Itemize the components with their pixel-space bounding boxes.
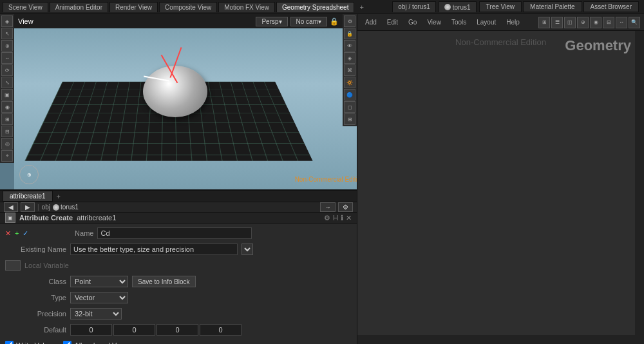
attribcreate-tab[interactable]: attribcreate1 [3, 191, 53, 202]
tool-icon-2[interactable]: ↖ [1, 28, 13, 39]
right-panel-icon-7[interactable]: ↔ [616, 17, 627, 28]
right-panel-icon-6[interactable]: ⊟ [603, 17, 614, 28]
attr-gear-icon[interactable]: ⚙ [324, 214, 330, 222]
existing-name-select[interactable]: ▼ [242, 244, 253, 255]
add-menu-button[interactable]: Add [361, 17, 381, 27]
tab-material-palette[interactable]: Material Palette [523, 1, 582, 12]
bottom-checkboxes: Write Values Allow Local Vars [0, 339, 357, 344]
tool-icon-11[interactable]: ◎ [1, 138, 13, 149]
viewport-lock-icon[interactable]: 🔒 [330, 17, 339, 26]
arrow-right-button[interactable]: → [320, 202, 336, 212]
name-input[interactable] [97, 227, 252, 239]
name-row: ✕ + ✓ Name [5, 226, 352, 240]
right-icon-5[interactable]: ⌘ [344, 64, 355, 76]
default-label: Default [5, 326, 66, 334]
class-label: Class [5, 278, 66, 285]
no-cam-button[interactable]: No cam▾ [290, 17, 327, 26]
tool-icon-10[interactable]: ⊟ [1, 126, 13, 137]
write-values-check[interactable]: Write Values [5, 341, 55, 344]
tool-icon-6[interactable]: ⤡ [1, 77, 13, 88]
tool-icon-1[interactable]: ◈ [1, 15, 13, 27]
prev-node-button[interactable]: ◀ [4, 202, 18, 212]
settings-button[interactable]: ⚙ [338, 202, 353, 212]
right-panel-icon-8[interactable]: 🔍 [629, 17, 640, 28]
add-tab-button[interactable]: + [355, 2, 367, 12]
allow-local-vars-check[interactable]: Allow Local Vars [63, 341, 126, 344]
right-icon-3[interactable]: 👁 [344, 40, 355, 52]
right-torus1-tab[interactable]: torus1 [439, 1, 477, 12]
tool-icon-5[interactable]: ⟳ [1, 64, 13, 76]
next-node-button[interactable]: ▶ [21, 202, 35, 212]
attr-close-icon[interactable]: ✕ [346, 214, 352, 222]
node-connectors [357, 31, 644, 344]
tab-scene-view[interactable]: Scene View [3, 2, 48, 12]
attr-h-icon[interactable]: H [333, 214, 338, 222]
3d-view[interactable]: Non-Commercial Edition ⊕ [14, 14, 357, 189]
precision-row: Precision 32-bit [5, 307, 352, 321]
tab-asset-browser[interactable]: Asset Browser [583, 1, 639, 12]
bottom-scrollbar[interactable] [357, 335, 644, 344]
close-attr-button[interactable]: ✕ [5, 229, 11, 238]
right-panel-icon-4[interactable]: ⊕ [577, 17, 589, 28]
persp-button[interactable]: Persp▾ [256, 17, 287, 26]
type-select[interactable]: Vector [70, 292, 128, 303]
class-select[interactable]: Point [70, 276, 128, 287]
toolbar-separator: | [37, 204, 39, 211]
right-icon-6[interactable]: 🔆 [344, 77, 355, 88]
right-icon-7[interactable]: 🔵 [344, 89, 355, 100]
compass: ⊕ [19, 165, 39, 184]
view-menu-button[interactable]: View [423, 17, 445, 27]
viewport[interactable]: ◈ ↖ ⊕ ↔ ⟳ ⤡ ▣ ◉ ⊞ ⊟ ◎ ⌖ [0, 14, 357, 189]
layout-menu-button[interactable]: Layout [473, 17, 500, 27]
right-scrollbar[interactable] [635, 31, 644, 344]
tab-composite-view[interactable]: Composite View [159, 2, 217, 12]
right-icon-4[interactable]: ◈ [344, 52, 355, 64]
default-val-2[interactable] [113, 324, 155, 336]
attr-title-bar: ▣ Attribute Create attribcreate1 ⚙ H ℹ ✕ [0, 213, 357, 224]
right-icon-8[interactable]: ◻ [344, 101, 355, 113]
right-toolbar: ⚙ 🔒 👁 ◈ ⌘ 🔆 🔵 ◻ ⊞ [343, 14, 357, 126]
tab-tree-view[interactable]: Tree View [479, 1, 522, 12]
tab-motion-fx-view[interactable]: Motion FX View [218, 2, 275, 12]
bottom-panel: attribcreate1 + ◀ ▶ | obj torus1 → ⚙ ▣ [0, 189, 357, 344]
default-val-1[interactable] [70, 324, 112, 336]
right-icon-9[interactable]: ⊞ [344, 113, 355, 125]
check-attr-button[interactable]: ✓ [23, 229, 28, 238]
edit-menu-button[interactable]: Edit [383, 17, 402, 27]
tab-geometry-spreadsheet[interactable]: Geometry Spreadsheet [276, 2, 354, 12]
tool-icon-3[interactable]: ⊕ [1, 40, 13, 52]
right-icon-1[interactable]: ⚙ [344, 15, 355, 27]
tool-icon-8[interactable]: ◉ [1, 101, 13, 113]
right-panel-icon-1[interactable]: ⊞ [538, 17, 550, 28]
right-panel-icon-5[interactable]: ◉ [590, 17, 601, 28]
tool-icon-4[interactable]: ↔ [1, 52, 13, 64]
write-values-checkbox[interactable] [5, 341, 14, 344]
help-menu-button[interactable]: Help [502, 17, 524, 27]
tools-menu-button[interactable]: Tools [448, 17, 470, 27]
tab-animation-editor[interactable]: Animation Editor [50, 2, 108, 12]
save-to-info-button[interactable]: Save to Info Block [132, 276, 196, 287]
allow-local-vars-checkbox[interactable] [63, 341, 71, 344]
go-menu-button[interactable]: Go [404, 17, 421, 27]
geometry-title: Geometry [565, 37, 631, 54]
existing-name-input[interactable] [70, 244, 238, 255]
name-label: Name [32, 229, 93, 237]
attr-info-icon[interactable]: ℹ [341, 214, 343, 222]
tool-icon-12[interactable]: ⌖ [1, 150, 13, 162]
right-panel-icon-3[interactable]: ◫ [564, 17, 576, 28]
precision-label: Precision [5, 310, 66, 318]
right-panel-icon-2[interactable]: ☰ [551, 17, 563, 28]
tool-icon-9[interactable]: ⊞ [1, 113, 13, 125]
right-obj-path: obj / torus1 [392, 1, 435, 12]
add-bottom-tab[interactable]: + [53, 191, 64, 202]
default-val-4[interactable] [200, 324, 242, 336]
viewport-header: View Persp▾ No cam▾ 🔒 [14, 14, 343, 28]
right-icon-2[interactable]: 🔒 [344, 28, 355, 39]
precision-select[interactable]: 32-bit [70, 308, 122, 320]
tab-render-view[interactable]: Render View [109, 2, 158, 12]
default-val-3[interactable] [156, 324, 198, 336]
geometry-canvas[interactable]: Non-Commercial Edition Geometry [357, 31, 644, 344]
add-attr-button[interactable]: + [15, 229, 19, 237]
local-var-toggle[interactable] [5, 260, 21, 271]
tool-icon-7[interactable]: ▣ [1, 89, 13, 100]
